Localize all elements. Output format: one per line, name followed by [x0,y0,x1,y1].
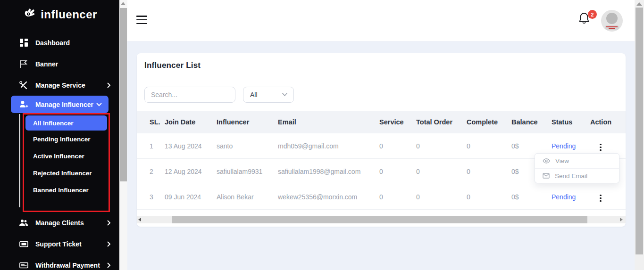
column-header: Service [374,118,411,126]
card-icon [19,261,28,270]
influencer-logo-icon [22,8,36,22]
cell-sl: 3 [137,193,159,201]
app-logo: influencer [0,0,119,29]
user-avatar[interactable] [601,10,623,32]
cell-sl: 1 [137,142,159,150]
chevron-down-icon [96,102,102,106]
cell-service: 0 [374,193,411,201]
cell-email: wekew25356@morxin.com [273,193,374,201]
cell-total_order: 0 [411,142,461,150]
dashboard-icon [19,38,28,48]
table-header-row: SL.Join DateInfluencerEmailServiceTotal … [137,111,626,133]
action-dropdown-menu: View Send Email [535,153,619,183]
eye-icon [543,158,550,164]
cell-email: safiullalam1998@gmail.com [273,168,374,175]
cell-join_date: 12 Aug 2024 [159,168,211,175]
status-filter-select[interactable]: All [243,87,294,103]
table-horizontal-scrollbar[interactable] [137,216,626,223]
chevron-right-icon [107,82,111,88]
user-add-icon [19,100,28,109]
submenu-item-rejected-influencer[interactable]: Rejected Influencer [24,164,109,181]
search-group [144,87,235,103]
users-icon [19,218,28,228]
sidebar-item-manage-clients[interactable]: Manage Clients [0,212,119,233]
sidebar-item-label: Withdrawal Payment [35,262,100,269]
submenu-tree-line [19,114,20,207]
cell-sl: 2 [137,168,159,175]
table-row: 309 Jun 2024Alison Bekarwekew25356@morxi… [137,184,626,210]
banner-flag-icon [19,59,28,69]
horizontal-scrollbar-thumb[interactable] [172,216,587,223]
sidebar-item-withdrawal-payment[interactable]: Withdrawal Payment [0,254,119,270]
sidebar-item-label: Dashboard [35,39,70,47]
kebab-menu-icon[interactable] [597,142,604,153]
sidebar-item-manage-influencer[interactable]: Manage Influencer [11,96,109,113]
scroll-left-arrow-icon[interactable] [138,218,141,221]
sidebar-scrollbar[interactable] [119,0,127,270]
avatar-placeholder-head [606,13,618,24]
sidebar-item-label: Support Ticket [35,240,82,248]
sidebar-item-label: Manage Influencer [35,101,93,108]
cell-status[interactable]: Pending [546,142,585,150]
cell-join_date: 13 Aug 2024 [159,142,211,150]
chevron-right-icon [107,262,111,268]
chevron-right-icon [107,241,111,247]
column-header: Action [585,118,626,126]
column-header: Complete [461,118,506,126]
cell-total_order: 0 [411,193,461,201]
column-header: Join Date [159,118,211,126]
scroll-up-arrow-icon[interactable] [121,2,125,5]
action-menu-send-email[interactable]: Send Email [535,168,619,183]
cell-total_order: 0 [411,168,461,175]
submenu-item-banned-influencer[interactable]: Banned Influencer [24,181,109,198]
sidebar-item-manage-service[interactable]: Manage Service [0,74,119,96]
topbar: 2 [127,0,635,41]
cell-email: mdh059@gmail.com [273,142,374,150]
manage-influencer-submenu: All InfluencerPending InfluencerActive I… [19,113,119,212]
action-menu-view[interactable]: View [535,154,619,168]
chevron-down-icon [282,92,288,97]
cell-service: 0 [374,142,411,150]
search-input[interactable] [145,87,235,102]
column-header: Total Order [411,118,461,126]
envelope-icon [543,173,550,179]
filter-selected-value: All [250,91,258,98]
scroll-right-arrow-icon[interactable] [620,218,623,221]
action-menu-label: Send Email [555,172,587,180]
submenu-item-pending-influencer[interactable]: Pending Influencer [24,131,109,147]
notification-bell[interactable]: 2 [578,12,595,30]
tools-icon [19,81,28,90]
column-header: SL. [137,118,159,126]
influencer-list-card: Influencer List All SL.Join DateInfluen [137,53,626,227]
avatar-watermark [605,25,619,30]
column-header: Balance [506,118,546,126]
sidebar-item-support-ticket[interactable]: Support Ticket [0,233,119,254]
column-header: Status [546,118,585,126]
chevron-right-icon [107,220,111,226]
cell-complete: 0 [461,193,506,201]
cell-service: 0 [374,168,411,175]
app-logo-text: influencer [41,8,97,21]
sidebar: influencer Dashboard Banner [0,0,119,270]
main-area: 2 Influencer List All [127,0,635,270]
cell-action [585,139,626,153]
action-menu-label: View [555,157,569,164]
scroll-up-arrow-icon[interactable] [636,2,642,6]
sidebar-scrollbar-thumb[interactable] [120,8,127,181]
submenu-item-all-influencer[interactable]: All Influencer [25,115,107,131]
submenu-item-active-influencer[interactable]: Active Influencer [24,147,109,164]
kebab-menu-icon[interactable] [597,193,604,204]
cell-complete: 0 [461,168,506,175]
hamburger-menu-icon[interactable] [136,15,147,25]
page-vertical-scrollbar[interactable] [635,0,644,270]
page-title: Influencer List [144,61,201,70]
sidebar-item-label: Manage Clients [35,219,84,227]
page-scrollbar-thumb[interactable] [636,8,643,254]
card-header: Influencer List [137,53,626,78]
sidebar-item-dashboard[interactable]: Dashboard [0,32,119,53]
annotation-red-box: All InfluencerPending InfluencerActive I… [23,113,110,212]
sidebar-item-label: Banner [35,60,58,68]
cell-influencer: Alison Bekar [211,193,273,201]
sidebar-item-banner[interactable]: Banner [0,53,119,74]
cell-status[interactable]: Pending [546,193,585,201]
